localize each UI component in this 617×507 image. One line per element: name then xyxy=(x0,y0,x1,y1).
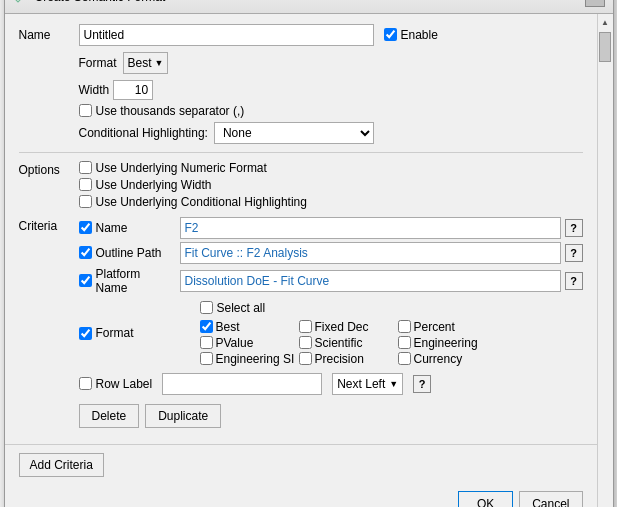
format-check-precision: Precision xyxy=(299,352,394,366)
main-content: Name Enable Format Best ▼ xyxy=(5,14,597,508)
format-options-grid: Select all Best Fixed Dec xyxy=(200,301,493,366)
dialog-title: Create Semantic Format xyxy=(35,0,166,4)
thousands-separator-label: Use thousands separator (,) xyxy=(96,104,245,118)
format-label-percent: Percent xyxy=(414,320,455,334)
row-label-check: Row Label xyxy=(79,377,153,391)
criteria-row-outline-path: Outline Path ? xyxy=(79,242,583,264)
option-label-1: Use Underlying Width xyxy=(96,178,212,192)
name-input[interactable] xyxy=(79,24,374,46)
row-label-label: Row Label xyxy=(96,377,153,391)
format-row: Format Best ▼ xyxy=(19,52,583,74)
criteria-name-input[interactable] xyxy=(180,217,561,239)
criteria-rows: Name ? Outline Path ? xyxy=(79,217,583,428)
option-item-1: Use Underlying Width xyxy=(79,178,307,192)
format-checkbox-pvalue[interactable] xyxy=(200,336,213,349)
create-semantic-format-dialog: ◈ Create Semantic Format × Name Enable xyxy=(4,0,614,507)
format-check-fixed-dec: Fixed Dec xyxy=(299,320,394,334)
format-checkbox-engineering-si[interactable] xyxy=(200,352,213,365)
criteria-section: Criteria Name ? Outline Path xyxy=(19,217,583,428)
delete-button[interactable]: Delete xyxy=(79,404,140,428)
format-checkbox-precision[interactable] xyxy=(299,352,312,365)
format-check-percent: Percent xyxy=(398,320,493,334)
criteria-name-checkbox[interactable] xyxy=(79,221,92,234)
thousands-separator-row: Use thousands separator (,) xyxy=(19,104,583,118)
format-option-row-3: Engineering SI Precision Currency xyxy=(200,352,493,366)
format-checkbox-currency[interactable] xyxy=(398,352,411,365)
duplicate-button[interactable]: Duplicate xyxy=(145,404,221,428)
criteria-platform-name-help-button[interactable]: ? xyxy=(565,272,583,290)
add-criteria-button[interactable]: Add Criteria xyxy=(19,453,104,477)
criteria-name-help-button[interactable]: ? xyxy=(565,219,583,237)
select-all-checkbox[interactable] xyxy=(200,301,213,314)
next-left-value: Next Left xyxy=(337,377,385,391)
criteria-platform-name-field-label: Platform Name xyxy=(96,267,176,295)
criteria-outline-path-input[interactable] xyxy=(180,242,561,264)
option-checkbox-2[interactable] xyxy=(79,195,92,208)
scroll-up-arrow[interactable]: ▲ xyxy=(601,16,609,30)
name-label: Name xyxy=(19,28,79,42)
add-criteria-row: Add Criteria xyxy=(5,444,597,485)
format-check-pvalue: PValue xyxy=(200,336,295,350)
option-checkbox-0[interactable] xyxy=(79,161,92,174)
format-dropdown[interactable]: Best ▼ xyxy=(123,52,169,74)
format-checkbox-scientific[interactable] xyxy=(299,336,312,349)
width-input[interactable] xyxy=(113,80,153,100)
option-item-0: Use Underlying Numeric Format xyxy=(79,161,307,175)
select-all-label: Select all xyxy=(217,301,266,315)
format-check-engineering-si: Engineering SI xyxy=(200,352,295,366)
main-area: Name Enable Format Best ▼ xyxy=(5,14,613,508)
criteria-format-checkbox[interactable] xyxy=(79,327,92,340)
format-checkbox-best[interactable] xyxy=(200,320,213,333)
enable-check-group: Enable xyxy=(384,28,438,42)
dialog-footer: OK Cancel xyxy=(5,485,597,508)
scroll-thumb[interactable] xyxy=(599,32,611,62)
row-label-checkbox[interactable] xyxy=(79,377,92,390)
format-checkbox-percent[interactable] xyxy=(398,320,411,333)
options-label: Options xyxy=(19,161,79,177)
format-label-pvalue: PValue xyxy=(216,336,254,350)
dialog-content: Name Enable Format Best ▼ xyxy=(5,14,597,444)
format-check-scientific: Scientific xyxy=(299,336,394,350)
options-section: Options Use Underlying Numeric Format Us… xyxy=(19,161,583,209)
format-option-row-2: PValue Scientific Engineering xyxy=(200,336,493,350)
format-check-engineering: Engineering xyxy=(398,336,493,350)
row-label-help-button[interactable]: ? xyxy=(413,375,431,393)
criteria-row-name: Name ? xyxy=(79,217,583,239)
format-label: Format xyxy=(79,56,117,70)
criteria-platform-name-input[interactable] xyxy=(180,270,561,292)
criteria-outline-path-field-label: Outline Path xyxy=(96,246,176,260)
cond-highlighting-select[interactable]: None xyxy=(214,122,374,144)
enable-label: Enable xyxy=(401,28,438,42)
format-label-scientific: Scientific xyxy=(315,336,363,350)
format-checkbox-engineering[interactable] xyxy=(398,336,411,349)
next-left-arrow: ▼ xyxy=(389,379,398,389)
format-checkbox-fixed-dec[interactable] xyxy=(299,320,312,333)
criteria-platform-name-checkbox[interactable] xyxy=(79,274,92,287)
criteria-format-row: Format Select all Best xyxy=(79,301,583,366)
format-label-engineering-si: Engineering SI xyxy=(216,352,295,366)
criteria-format-field-label: Format xyxy=(96,326,176,340)
row-label-input[interactable] xyxy=(162,373,322,395)
criteria-label: Criteria xyxy=(19,217,79,233)
section-divider-1 xyxy=(19,152,583,153)
next-left-dropdown[interactable]: Next Left ▼ xyxy=(332,373,403,395)
width-row: Width xyxy=(19,80,583,100)
criteria-outline-path-checkbox[interactable] xyxy=(79,246,92,259)
option-label-0: Use Underlying Numeric Format xyxy=(96,161,267,175)
option-item-2: Use Underlying Conditional Highlighting xyxy=(79,195,307,209)
close-button[interactable]: × xyxy=(585,0,605,7)
cancel-button[interactable]: Cancel xyxy=(519,491,582,508)
title-bar: ◈ Create Semantic Format × xyxy=(5,0,613,14)
option-checkbox-1[interactable] xyxy=(79,178,92,191)
thousands-separator-checkbox[interactable] xyxy=(79,104,92,117)
action-buttons-row: Delete Duplicate xyxy=(79,404,583,428)
row-label-section: Row Label Next Left ▼ ? xyxy=(79,373,583,395)
width-label: Width xyxy=(79,83,110,97)
criteria-row-platform-name: Platform Name ? xyxy=(79,267,583,295)
ok-button[interactable]: OK xyxy=(458,491,513,508)
enable-checkbox[interactable] xyxy=(384,28,397,41)
format-check-currency: Currency xyxy=(398,352,493,366)
select-all-row: Select all xyxy=(200,301,493,315)
criteria-outline-path-help-button[interactable]: ? xyxy=(565,244,583,262)
dialog-icon: ◈ xyxy=(13,0,29,5)
